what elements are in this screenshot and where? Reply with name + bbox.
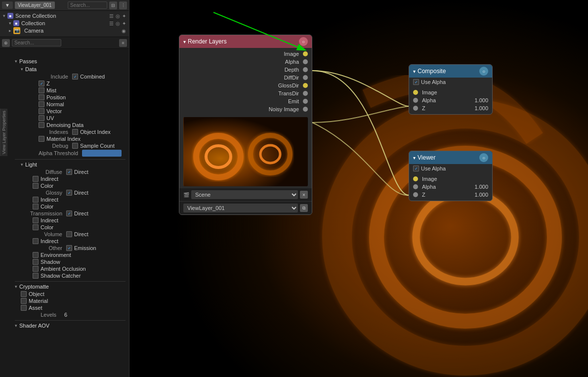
render-icon[interactable]: ◎: [116, 13, 120, 19]
ambient-occ-checkbox[interactable]: [33, 266, 39, 272]
trans-color-checkbox[interactable]: [33, 224, 39, 230]
socket-transdir[interactable]: [303, 91, 308, 96]
vol-direct-checkbox[interactable]: [66, 231, 72, 237]
data-section-header[interactable]: ▾ Data: [21, 66, 126, 72]
composite-socket-alpha[interactable]: [413, 98, 418, 103]
socket-diffdir[interactable]: [303, 75, 308, 80]
tool-icon-1[interactable]: ⊕: [2, 39, 10, 47]
composite-socket-z[interactable]: [413, 106, 418, 111]
socket-alpha[interactable]: [303, 59, 308, 64]
shadow-catcher-checkbox[interactable]: [33, 273, 39, 279]
viewer-socket-image[interactable]: [413, 176, 418, 181]
properties-panel: ▾ Passes ▾ Data Include Combined Z Mist: [11, 54, 129, 332]
viewer-node-header[interactable]: ▾ Viewer ○: [409, 151, 492, 164]
vector-checkbox[interactable]: [39, 108, 44, 114]
search-input-2[interactable]: [12, 39, 61, 46]
z-checkbox[interactable]: [39, 81, 44, 86]
glossy-row: Glossy Direct: [15, 189, 126, 196]
scene-collection: ▾ ■ Scene Collection ☰ ◎ ✦ ▾ ■ Collectio…: [0, 11, 129, 37]
passes-section-header[interactable]: ▾ Passes: [15, 58, 126, 64]
collection-icon: ■: [13, 20, 19, 26]
normal-row: Normal: [21, 101, 126, 108]
diffuse-indirect-row: Indirect: [15, 175, 126, 182]
tab-collapse[interactable]: ▼: [2, 1, 13, 9]
render-layers-node: ▾ Render Layers ○ Image Alpha Depth Diff…: [179, 35, 312, 215]
top-tab-bar: ▼ ViewLayer_001 ⊟ ⋮: [0, 0, 129, 11]
composite-socket-image[interactable]: [413, 90, 418, 95]
preview-inner: [183, 117, 308, 186]
glossy-color-row: Color: [15, 203, 126, 210]
viewer-use-alpha-row: Use Alpha: [409, 164, 492, 173]
shadow-checkbox[interactable]: [33, 259, 39, 265]
output-diffdir: DiffDir: [179, 74, 312, 82]
emission-checkbox[interactable]: [66, 245, 72, 251]
environment-checkbox[interactable]: [33, 252, 39, 258]
glossy-indirect-checkbox[interactable]: [33, 197, 39, 203]
diffuse-color-checkbox[interactable]: [33, 183, 39, 189]
normal-checkbox[interactable]: [39, 101, 44, 107]
tab-viewlayer[interactable]: ViewLayer_001: [15, 1, 55, 9]
socket-glossdir[interactable]: [303, 83, 308, 88]
glossy-color-checkbox[interactable]: [33, 204, 39, 209]
material-index-checkbox[interactable]: [39, 136, 44, 142]
shadow-catcher-row: Shadow Catcher: [15, 272, 126, 279]
diffuse-indirect-checkbox[interactable]: [33, 176, 39, 182]
col-visibility-icon[interactable]: ☰: [109, 21, 114, 26]
glossy-direct-checkbox[interactable]: [66, 190, 72, 196]
viewer-socket-alpha[interactable]: [413, 184, 418, 189]
denoising-checkbox[interactable]: [39, 122, 44, 128]
viewer-socket-z[interactable]: [413, 192, 418, 197]
position-row: Position: [21, 94, 126, 101]
sample-count-checkbox[interactable]: [72, 143, 78, 149]
environment-row: Environment: [15, 251, 126, 258]
node-layer-footer: ViewLayer_001 ⧉: [179, 201, 312, 214]
copy-button[interactable]: ⧉: [300, 204, 308, 212]
composite-node: ▾ Composite ○ Use Alpha Image Alpha 1.00…: [409, 64, 493, 115]
search-input[interactable]: [68, 1, 107, 9]
close-button[interactable]: ×: [300, 191, 308, 199]
object-index-checkbox[interactable]: [72, 129, 78, 135]
scene-select[interactable]: Scene: [191, 190, 298, 199]
trans-indirect-checkbox[interactable]: [33, 217, 39, 223]
cryptomatte-section-header[interactable]: ▾ Cryptomatte: [15, 284, 126, 290]
composite-node-header[interactable]: ▾ Composite ○: [409, 65, 492, 78]
left-panel: ▼ ViewLayer_001 ⊟ ⋮ ▾ ■ Scene Collection…: [0, 0, 129, 377]
material-index-row: Material Index: [21, 135, 126, 142]
diffuse-direct-checkbox[interactable]: [66, 169, 72, 175]
alpha-threshold-input[interactable]: 0.500: [82, 150, 122, 157]
socket-depth[interactable]: [303, 67, 308, 72]
viewer-z-input: Z 1.000: [409, 191, 492, 199]
crypto-object-checkbox[interactable]: [21, 291, 27, 297]
view-options-icon[interactable]: ≡: [119, 39, 127, 47]
combined-checkbox[interactable]: [72, 74, 78, 80]
node-footer: 🎬 Scene ×: [179, 188, 312, 201]
exclude-icon[interactable]: ✦: [122, 13, 126, 19]
layer-select[interactable]: ViewLayer_001: [183, 204, 298, 212]
vol-indirect-checkbox[interactable]: [33, 238, 39, 244]
scene-collection-header[interactable]: ▾ ■ Scene Collection ☰ ◎ ✦: [3, 13, 126, 19]
composite-use-alpha-checkbox[interactable]: [413, 79, 419, 85]
output-alpha: Alpha: [179, 58, 312, 66]
crypto-material-checkbox[interactable]: [21, 298, 27, 304]
mist-checkbox[interactable]: [39, 87, 44, 93]
node-collapse-arrow: ▾: [183, 39, 186, 44]
camera-row[interactable]: ▸ 📷 Camera ◉: [3, 27, 126, 35]
collection-row[interactable]: ▾ ■ Collection ☰ ◎ ✦: [3, 20, 126, 27]
light-section-header[interactable]: ▾ Light: [15, 162, 126, 168]
debug-row: Debug Sample Count: [21, 142, 126, 149]
filter-icon[interactable]: ⊟: [109, 1, 117, 9]
socket-image[interactable]: [303, 51, 308, 56]
uv-checkbox[interactable]: [39, 115, 44, 121]
crypto-asset-checkbox[interactable]: [21, 305, 27, 311]
socket-emit[interactable]: [303, 99, 308, 104]
shader-aov-section-header[interactable]: ▾ Shader AOV: [15, 323, 126, 329]
col-render-icon[interactable]: ◎: [116, 21, 120, 26]
col-exclude-icon[interactable]: ✦: [122, 21, 126, 26]
cam-visibility-icon[interactable]: ◉: [122, 28, 126, 34]
options-icon[interactable]: ⋮: [119, 1, 127, 9]
position-checkbox[interactable]: [39, 94, 44, 100]
socket-noisy-image[interactable]: [303, 107, 308, 112]
visibility-icon[interactable]: ☰: [109, 13, 114, 19]
trans-direct-checkbox[interactable]: [66, 210, 72, 216]
viewer-use-alpha-checkbox[interactable]: [413, 166, 419, 171]
